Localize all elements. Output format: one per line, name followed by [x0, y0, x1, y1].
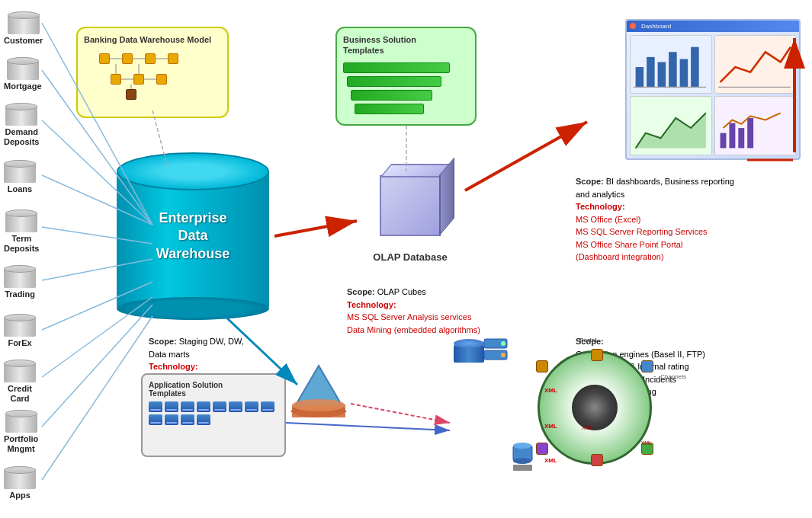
datasource-loans: Loans: [4, 160, 36, 194]
xml-label-1: XML: [544, 387, 557, 394]
svg-rect-43: [729, 123, 735, 149]
svg-rect-37: [680, 59, 688, 87]
banking-box: Banking Data Warehouse Model: [76, 27, 229, 118]
datasource-term-deposits: TermDeposits: [4, 209, 39, 254]
svg-rect-38: [691, 47, 699, 88]
svg-point-55: [513, 443, 531, 449]
svg-point-49: [292, 399, 345, 411]
datasource-other-apps: Apps: [4, 466, 36, 500]
diagram-container: Customer Mortgage DemandDeposits Loans T…: [0, 0, 812, 518]
xml-label-3: XML: [544, 457, 557, 464]
ast-box: Application SolutionTemplates: [141, 373, 286, 457]
datasource-customer: Customer: [4, 11, 43, 46]
svg-line-23: [351, 404, 450, 423]
scope-bi: Scope: BI dashboards, Business reporting…: [576, 175, 734, 264]
edw-container: Enterprise Data Warehouse: [113, 152, 273, 328]
svg-rect-33: [636, 67, 644, 87]
svg-point-53: [501, 353, 505, 357]
svg-rect-57: [513, 465, 532, 471]
small-database: [454, 339, 484, 366]
portal-icon: [480, 335, 511, 376]
svg-rect-42: [720, 133, 726, 149]
datasource-trading: Trading: [4, 265, 36, 299]
datasource-credit-card: CreditCard: [4, 360, 36, 404]
bst-box: Business SolutionTemplates: [335, 27, 477, 126]
integration-diagram: Portal Channels XML XML: [538, 350, 660, 472]
svg-marker-41: [636, 114, 706, 149]
datasource-mortgage: Mortgage: [4, 57, 42, 91]
xml-label-2: XML: [544, 423, 557, 430]
olap-container: OLAP Database: [357, 164, 464, 286]
datasource-portfolio: PortfolioMngmt: [4, 410, 38, 454]
svg-line-18: [274, 221, 357, 236]
etl-shape: [288, 362, 349, 423]
datasource-forex: ForEx: [4, 314, 36, 348]
svg-rect-45: [747, 118, 753, 149]
svg-point-56: [513, 458, 531, 464]
svg-line-9: [42, 316, 152, 480]
svg-point-52: [501, 341, 505, 346]
scope-olap: Scope: OLAP Cubes Technology: MS SQL Ser…: [347, 286, 480, 336]
svg-rect-44: [738, 129, 744, 149]
svg-rect-35: [658, 62, 666, 87]
svg-rect-34: [647, 57, 655, 88]
svg-line-19: [465, 122, 587, 190]
svg-rect-36: [669, 52, 677, 87]
server-icon-bottom: [509, 442, 536, 478]
dashboard-screenshot: Dashboard: [625, 19, 801, 160]
datasource-demand-deposits: DemandDeposits: [4, 103, 39, 147]
svg-line-24: [286, 423, 450, 430]
